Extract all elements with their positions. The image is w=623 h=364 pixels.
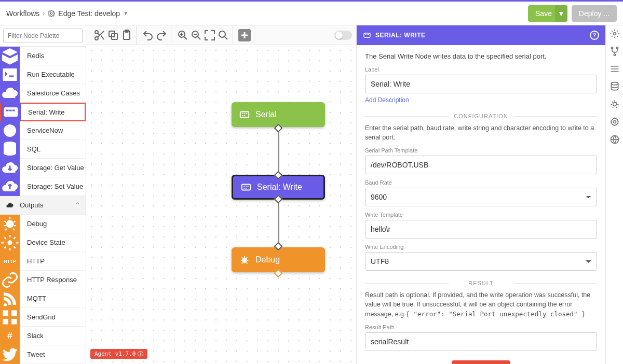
gear-icon[interactable] <box>610 29 620 39</box>
svg-rect-11 <box>3 319 9 325</box>
node-description: The Serial Write Node writes data to the… <box>365 52 597 60</box>
baud-rate-select[interactable]: 9600 <box>365 188 597 206</box>
svg-point-32 <box>611 118 618 125</box>
database-icon[interactable] <box>610 81 620 92</box>
palette-item-http-response[interactable]: HTTP Response <box>0 271 86 289</box>
grid-icon <box>0 308 20 327</box>
palette-item-label: Salesforce Cases <box>20 89 86 97</box>
palette-item-storage-set[interactable]: Storage: Set Value <box>0 177 86 196</box>
palette-item-redis[interactable]: Redis <box>0 47 86 65</box>
serial-icon <box>363 31 371 39</box>
info-icon: ⓘ <box>138 350 143 358</box>
palette-group-label: Outputs <box>20 201 44 209</box>
cloud-upload-icon <box>0 177 20 196</box>
cut-button[interactable] <box>93 29 106 41</box>
palette-item-tweet[interactable]: Tweet <box>0 345 86 364</box>
save-button[interactable]: Save <box>528 5 559 22</box>
agent-version-badge[interactable]: Agent v1.7.0 ⓘ <box>90 349 147 359</box>
menu-icon[interactable] <box>610 64 620 74</box>
svg-point-29 <box>614 54 615 55</box>
zoom-out-button[interactable] <box>190 29 202 41</box>
copy-button[interactable] <box>107 29 119 41</box>
redo-button[interactable] <box>155 29 168 41</box>
palette-item-device-state[interactable]: Device State <box>0 233 86 252</box>
svg-rect-25 <box>364 33 370 37</box>
palette-item-debug[interactable]: Debug <box>0 215 86 233</box>
write-template-input[interactable] <box>365 220 597 239</box>
configuration-help: Enter the serial path, baud rate, write … <box>365 123 597 142</box>
target-icon[interactable] <box>610 117 620 127</box>
label-input[interactable] <box>365 75 597 93</box>
save-dropdown-button[interactable]: ▼ <box>555 5 567 22</box>
palette-item-http[interactable]: HTTPHTTP <box>0 252 86 271</box>
palette-item-mqtt[interactable]: MQTT <box>0 289 86 308</box>
zoom-in-button[interactable] <box>177 29 189 41</box>
breadcrumb-root[interactable]: Workflows <box>6 9 39 18</box>
undo-button[interactable] <box>142 29 154 41</box>
serial-icon <box>240 181 252 193</box>
node-label: Debug <box>255 255 280 264</box>
palette-item-label: MQTT <box>20 295 86 302</box>
zoom-reset-button[interactable] <box>217 29 229 41</box>
fit-button[interactable] <box>204 29 216 41</box>
help-icon[interactable]: ? <box>590 31 599 40</box>
breadcrumb-dropdown-icon[interactable]: ▼ <box>123 10 128 16</box>
node-port-in[interactable] <box>274 171 283 180</box>
palette-item-serial-write[interactable]: Serial: Write <box>0 103 86 121</box>
result-path-label: Result Path <box>365 324 597 330</box>
paste-button[interactable] <box>120 29 133 41</box>
write-encoding-select[interactable]: UTF8 <box>365 252 597 271</box>
add-description-link[interactable]: Add Description <box>365 96 409 104</box>
palette-item-sql[interactable]: SQL <box>0 140 86 159</box>
circle-icon <box>0 121 20 140</box>
debug-icon[interactable] <box>610 99 620 109</box>
svg-point-21 <box>219 31 225 37</box>
serial-icon <box>1 103 21 121</box>
node-port-out[interactable] <box>274 195 283 204</box>
deploy-button[interactable]: Deploy ... <box>572 5 617 22</box>
svg-point-24 <box>242 257 247 263</box>
node-port-out[interactable] <box>274 269 283 278</box>
canvas-toggle[interactable] <box>334 31 352 40</box>
palette-group-outputs[interactable]: Outputs ⌃ <box>0 196 86 215</box>
node-debug[interactable]: Debug <box>232 247 325 272</box>
svg-point-0 <box>51 12 53 15</box>
node-serial-write[interactable]: Serial: Write <box>232 175 325 200</box>
result-path-input[interactable] <box>365 332 597 351</box>
breadcrumb: Workflows › Edge Test: develop ▼ <box>6 9 128 18</box>
label-field-label: Label <box>365 66 597 73</box>
serial-path-input[interactable] <box>365 156 597 174</box>
layers-icon <box>0 47 20 65</box>
palette-item-label: Tweet <box>20 351 86 358</box>
node-serial[interactable]: Serial <box>232 102 325 127</box>
palette-item-servicenow[interactable]: ServiceNow <box>0 121 86 140</box>
write-template-label: Write Template <box>365 212 597 218</box>
palette-item-sendgrid[interactable]: SendGrid <box>0 308 86 327</box>
node-port-out[interactable] <box>274 124 283 133</box>
delete-node-button[interactable]: Delete Node <box>452 360 511 364</box>
result-section: RESULT <box>365 280 597 286</box>
breadcrumb-current[interactable]: Edge Test: develop <box>58 9 120 18</box>
branch-icon[interactable] <box>610 46 620 57</box>
palette-item-label: Device State <box>20 239 86 246</box>
rss-icon <box>0 289 20 308</box>
cloud-download-icon <box>0 159 20 177</box>
node-port-in[interactable] <box>274 242 283 251</box>
chevron-up-icon: ⌃ <box>75 201 80 209</box>
database-icon <box>0 140 20 159</box>
cloud-upload-icon <box>0 201 20 209</box>
result-help: Result path is optional. If provided, an… <box>365 290 597 318</box>
palette-item-label: Serial: Write <box>21 108 85 116</box>
globe-icon[interactable] <box>610 134 620 145</box>
gear-icon <box>48 10 55 17</box>
palette-filter-input[interactable] <box>3 29 83 43</box>
palette-item-run-executable[interactable]: Run Executable <box>0 65 86 84</box>
palette-item-slack[interactable]: #Slack <box>0 327 86 345</box>
svg-rect-23 <box>242 185 251 190</box>
palette-item-storage-get[interactable]: Storage: Get Value <box>0 159 86 177</box>
node-label: Serial: Write <box>257 183 302 192</box>
workflow-canvas[interactable]: Serial Serial: Write Debug Agent v1.7. <box>86 45 356 364</box>
palette-item-salesforce[interactable]: Salesforce Cases <box>0 84 86 103</box>
link-icon <box>0 271 20 289</box>
add-button[interactable] <box>238 29 251 41</box>
